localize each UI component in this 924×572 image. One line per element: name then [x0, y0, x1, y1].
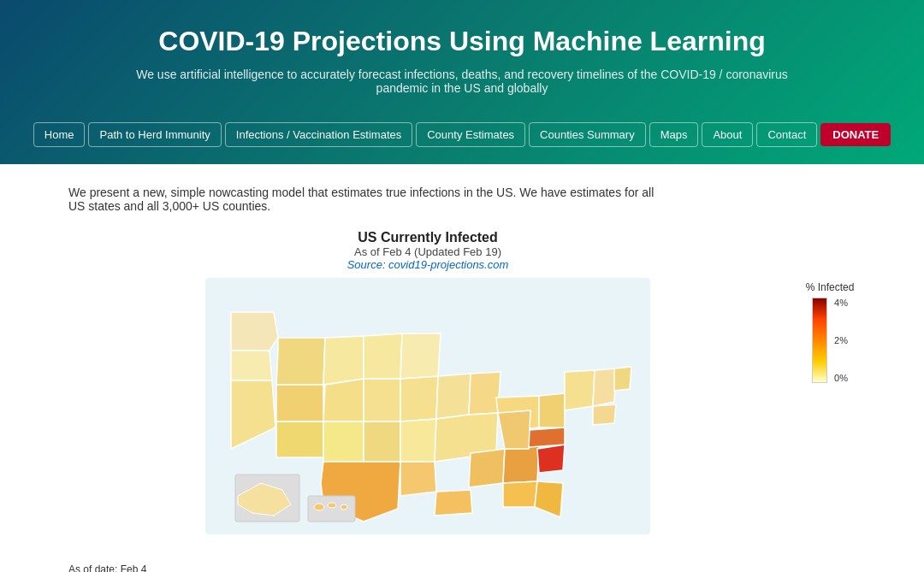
svg-marker-29	[539, 393, 565, 428]
main-nav: Home Path to Herd Immunity Infections / …	[17, 114, 907, 147]
svg-marker-24	[503, 481, 537, 507]
svg-marker-2	[231, 351, 272, 380]
svg-marker-8	[276, 422, 323, 457]
map-title: US Currently Infected	[68, 230, 787, 245]
timeline-section: As of date: Feb 4 Mar 11 Apr 10 May 10 J…	[0, 555, 924, 572]
legend-label-0pct: 0%	[834, 373, 848, 383]
svg-marker-23	[503, 445, 539, 483]
header-subtitle: We use artificial intelligence to accura…	[120, 68, 804, 95]
svg-marker-1	[231, 312, 278, 351]
svg-marker-13	[400, 333, 441, 379]
svg-marker-4	[276, 338, 325, 385]
svg-point-39	[328, 503, 336, 508]
legend-row: 4% 2% 0%	[812, 298, 848, 383]
svg-marker-5	[323, 336, 364, 385]
us-map[interactable]	[205, 278, 650, 538]
map-subtitle: As of Feb 4 (Updated Feb 19)	[68, 245, 787, 258]
svg-marker-10	[364, 333, 402, 379]
svg-point-40	[341, 504, 347, 510]
svg-point-38	[314, 504, 324, 510]
svg-marker-22	[469, 449, 505, 487]
map-legend: % Infected 4% 2% 0%	[804, 281, 856, 383]
svg-marker-32	[614, 367, 631, 391]
page-title: COVID-19 Projections Using Machine Learn…	[17, 26, 907, 57]
donate-button[interactable]: DONATE	[820, 123, 891, 146]
nav-county-estimates[interactable]: County Estimates	[416, 122, 525, 147]
svg-marker-26	[537, 445, 565, 473]
svg-marker-33	[593, 404, 616, 425]
svg-marker-31	[593, 369, 616, 406]
map-container: US Currently Infected As of Feb 4 (Updat…	[68, 230, 787, 538]
svg-marker-30	[565, 370, 595, 410]
svg-marker-19	[436, 374, 471, 419]
map-source: Source: covid19-projections.com	[68, 258, 787, 271]
nav-about[interactable]: About	[702, 122, 753, 147]
header: COVID-19 Projections Using Machine Learn…	[0, 0, 924, 164]
nav-home[interactable]: Home	[33, 122, 86, 147]
svg-marker-12	[364, 422, 400, 462]
svg-marker-20	[469, 372, 500, 415]
legend-gradient-bar	[812, 298, 827, 383]
legend-labels: 4% 2% 0%	[834, 298, 848, 383]
legend-label-4pct: 4%	[834, 298, 848, 308]
svg-marker-15	[400, 419, 436, 462]
main-content: We present a new, simple nowcasting mode…	[0, 164, 924, 555]
legend-title: % Infected	[806, 281, 855, 293]
svg-marker-17	[400, 462, 436, 496]
svg-marker-11	[364, 379, 400, 422]
nav-counties-summary[interactable]: Counties Summary	[529, 122, 646, 147]
nav-infections[interactable]: Infections / Vaccination Estimates	[225, 122, 412, 147]
svg-marker-6	[323, 379, 364, 422]
svg-marker-18	[435, 490, 472, 516]
svg-marker-9	[323, 422, 364, 462]
main-description: We present a new, simple nowcasting mode…	[68, 186, 667, 213]
legend-label-2pct: 2%	[834, 335, 848, 345]
map-section: US Currently Infected As of Feb 4 (Updat…	[68, 230, 856, 538]
nav-herd-immunity[interactable]: Path to Herd Immunity	[88, 122, 221, 147]
as-of-date-label: As of date: Feb 4	[68, 563, 856, 572]
svg-marker-14	[400, 376, 438, 422]
nav-contact[interactable]: Contact	[756, 122, 817, 147]
nav-maps[interactable]: Maps	[649, 122, 699, 147]
svg-marker-7	[276, 385, 323, 422]
